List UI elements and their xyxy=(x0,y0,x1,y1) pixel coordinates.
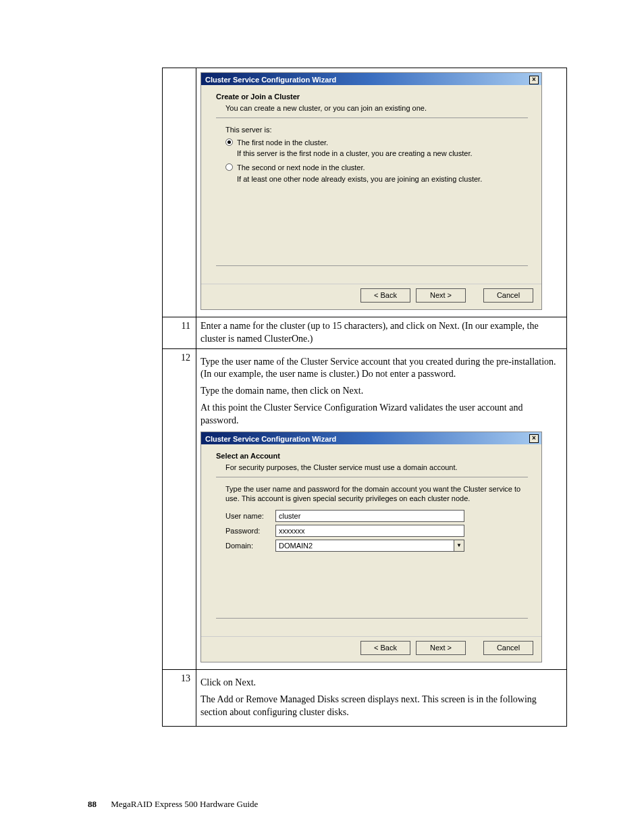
step-11-num: 11 xyxy=(163,317,196,348)
wizard-dialog-account: Cluster Service Configuration Wizard × S… xyxy=(200,432,542,662)
step-12-content: Type the user name of the Cluster Servic… xyxy=(196,348,567,670)
divider xyxy=(216,118,528,118)
footer-title: MegaRAID Express 500 Hardware Guide xyxy=(111,799,258,809)
step-11-text: Enter a name for the cluster (up to 15 c… xyxy=(196,317,567,348)
divider-2 xyxy=(216,477,528,477)
next-button-2[interactable]: Next > xyxy=(416,641,466,655)
step-num-blank xyxy=(163,68,196,317)
dialog2-subtitle: For security purposes, the Cluster servi… xyxy=(225,463,528,473)
domain-input[interactable] xyxy=(275,540,454,552)
page-footer: 88 MegaRAID Express 500 Hardware Guide xyxy=(88,799,258,810)
wizard-dialog-create-join: Cluster Service Configuration Wizard × C… xyxy=(200,72,542,310)
titlebar-2: Cluster Service Configuration Wizard × xyxy=(201,432,541,444)
radio-first-node[interactable] xyxy=(225,138,233,146)
steps-table: Cluster Service Configuration Wizard × C… xyxy=(162,68,567,727)
titlebar: Cluster Service Configuration Wizard × xyxy=(201,73,541,85)
step-12-p3: At this point the Cluster Service Config… xyxy=(200,402,562,427)
server-is-label: This server is: xyxy=(225,125,528,135)
divider-2b xyxy=(216,618,528,619)
radio-first-node-expl: If this server is the first node in a cl… xyxy=(237,149,528,159)
dialog2-instr: Type the user name and password for the … xyxy=(225,484,528,504)
back-button[interactable]: < Back xyxy=(360,288,410,303)
window-title-2: Cluster Service Configuration Wizard xyxy=(205,434,336,444)
password-input[interactable] xyxy=(275,525,464,537)
username-input[interactable] xyxy=(275,510,464,522)
page-number: 88 xyxy=(88,799,97,809)
dialog-subtitle: You can create a new cluster, or you can… xyxy=(225,103,528,113)
cancel-button[interactable]: Cancel xyxy=(483,288,533,303)
back-button-2[interactable]: < Back xyxy=(360,641,410,655)
radio-next-node-expl: If at least one other node already exist… xyxy=(237,174,528,184)
step-13-content: Click on Next. The Add or Remove Managed… xyxy=(196,670,567,727)
radio-next-node[interactable] xyxy=(225,163,233,171)
domain-combo[interactable]: ▼ xyxy=(275,540,464,552)
dialog-heading: Create or Join a Cluster xyxy=(216,92,528,102)
username-label: User name: xyxy=(225,511,275,521)
next-button[interactable]: Next > xyxy=(416,288,466,303)
step-13-num: 13 xyxy=(163,670,196,727)
step-content-dialog1: Cluster Service Configuration Wizard × C… xyxy=(196,68,567,317)
divider-bottom xyxy=(216,265,528,266)
close-icon[interactable]: × xyxy=(529,76,539,84)
window-title: Cluster Service Configuration Wizard xyxy=(205,75,336,85)
step-12-p2: Type the domain name, then click on Next… xyxy=(200,385,562,398)
step-13-p2: The Add or Remove Managed Disks screen d… xyxy=(200,694,562,719)
step-13-p1: Click on Next. xyxy=(200,677,562,689)
close-icon-2[interactable]: × xyxy=(529,434,539,443)
radio-next-node-label: The second or next node in the cluster. xyxy=(237,163,365,173)
password-label: Password: xyxy=(225,526,275,536)
step-12-p1: Type the user name of the Cluster Servic… xyxy=(200,356,562,382)
radio-first-node-label: The first node in the cluster. xyxy=(237,138,328,148)
step-12-num: 12 xyxy=(163,348,196,670)
chevron-down-icon[interactable]: ▼ xyxy=(454,540,464,552)
domain-label: Domain: xyxy=(225,541,275,551)
cancel-button-2[interactable]: Cancel xyxy=(483,641,533,655)
dialog2-heading: Select an Account xyxy=(216,451,528,461)
